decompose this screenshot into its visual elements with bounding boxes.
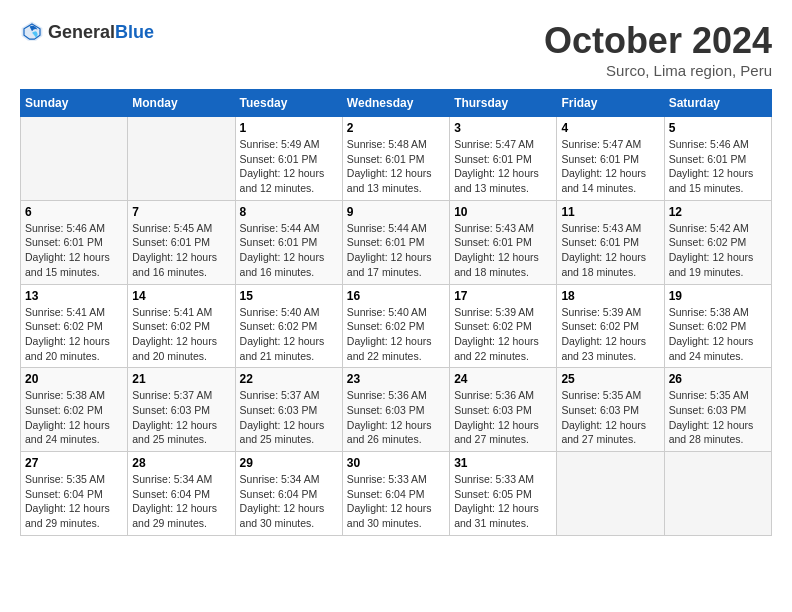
title-area: October 2024 Surco, Lima region, Peru bbox=[544, 20, 772, 79]
daylight-label: Daylight: 12 hours and 19 minutes. bbox=[669, 251, 754, 278]
sunset-label: Sunset: 6:02 PM bbox=[132, 320, 210, 332]
calendar-cell bbox=[21, 117, 128, 201]
day-number: 7 bbox=[132, 205, 230, 219]
daylight-label: Daylight: 12 hours and 22 minutes. bbox=[347, 335, 432, 362]
calendar-cell: 2Sunrise: 5:48 AMSunset: 6:01 PMDaylight… bbox=[342, 117, 449, 201]
daylight-label: Daylight: 12 hours and 26 minutes. bbox=[347, 419, 432, 446]
sunset-label: Sunset: 6:02 PM bbox=[25, 404, 103, 416]
sunset-label: Sunset: 6:01 PM bbox=[454, 153, 532, 165]
calendar-cell bbox=[557, 452, 664, 536]
sunrise-label: Sunrise: 5:43 AM bbox=[561, 222, 641, 234]
day-info: Sunrise: 5:35 AMSunset: 6:03 PMDaylight:… bbox=[561, 388, 659, 447]
daylight-label: Daylight: 12 hours and 29 minutes. bbox=[132, 502, 217, 529]
daylight-label: Daylight: 12 hours and 17 minutes. bbox=[347, 251, 432, 278]
sunset-label: Sunset: 6:01 PM bbox=[240, 153, 318, 165]
day-number: 5 bbox=[669, 121, 767, 135]
sunset-label: Sunset: 6:04 PM bbox=[25, 488, 103, 500]
header-tuesday: Tuesday bbox=[235, 90, 342, 117]
day-info: Sunrise: 5:43 AMSunset: 6:01 PMDaylight:… bbox=[561, 221, 659, 280]
sunset-label: Sunset: 6:02 PM bbox=[669, 236, 747, 248]
logo: GeneralBlue bbox=[20, 20, 154, 44]
sunrise-label: Sunrise: 5:41 AM bbox=[132, 306, 212, 318]
daylight-label: Daylight: 12 hours and 16 minutes. bbox=[132, 251, 217, 278]
sunrise-label: Sunrise: 5:46 AM bbox=[25, 222, 105, 234]
day-info: Sunrise: 5:48 AMSunset: 6:01 PMDaylight:… bbox=[347, 137, 445, 196]
sunrise-label: Sunrise: 5:39 AM bbox=[454, 306, 534, 318]
sunset-label: Sunset: 6:01 PM bbox=[347, 236, 425, 248]
calendar-cell: 5Sunrise: 5:46 AMSunset: 6:01 PMDaylight… bbox=[664, 117, 771, 201]
sunset-label: Sunset: 6:05 PM bbox=[454, 488, 532, 500]
sunrise-label: Sunrise: 5:44 AM bbox=[347, 222, 427, 234]
daylight-label: Daylight: 12 hours and 24 minutes. bbox=[25, 419, 110, 446]
day-info: Sunrise: 5:33 AMSunset: 6:04 PMDaylight:… bbox=[347, 472, 445, 531]
sunset-label: Sunset: 6:01 PM bbox=[669, 153, 747, 165]
day-info: Sunrise: 5:44 AMSunset: 6:01 PMDaylight:… bbox=[347, 221, 445, 280]
day-number: 16 bbox=[347, 289, 445, 303]
daylight-label: Daylight: 12 hours and 15 minutes. bbox=[25, 251, 110, 278]
daylight-label: Daylight: 12 hours and 23 minutes. bbox=[561, 335, 646, 362]
calendar-cell: 18Sunrise: 5:39 AMSunset: 6:02 PMDayligh… bbox=[557, 284, 664, 368]
sunrise-label: Sunrise: 5:42 AM bbox=[669, 222, 749, 234]
header-monday: Monday bbox=[128, 90, 235, 117]
day-number: 20 bbox=[25, 372, 123, 386]
calendar-cell: 3Sunrise: 5:47 AMSunset: 6:01 PMDaylight… bbox=[450, 117, 557, 201]
calendar-cell: 29Sunrise: 5:34 AMSunset: 6:04 PMDayligh… bbox=[235, 452, 342, 536]
day-number: 19 bbox=[669, 289, 767, 303]
sunrise-label: Sunrise: 5:34 AM bbox=[132, 473, 212, 485]
sunset-label: Sunset: 6:02 PM bbox=[347, 320, 425, 332]
day-info: Sunrise: 5:37 AMSunset: 6:03 PMDaylight:… bbox=[240, 388, 338, 447]
day-info: Sunrise: 5:45 AMSunset: 6:01 PMDaylight:… bbox=[132, 221, 230, 280]
daylight-label: Daylight: 12 hours and 27 minutes. bbox=[454, 419, 539, 446]
day-info: Sunrise: 5:46 AMSunset: 6:01 PMDaylight:… bbox=[669, 137, 767, 196]
daylight-label: Daylight: 12 hours and 20 minutes. bbox=[25, 335, 110, 362]
sunrise-label: Sunrise: 5:41 AM bbox=[25, 306, 105, 318]
sunset-label: Sunset: 6:01 PM bbox=[561, 153, 639, 165]
day-info: Sunrise: 5:49 AMSunset: 6:01 PMDaylight:… bbox=[240, 137, 338, 196]
sunset-label: Sunset: 6:04 PM bbox=[240, 488, 318, 500]
sunrise-label: Sunrise: 5:38 AM bbox=[669, 306, 749, 318]
calendar-cell: 22Sunrise: 5:37 AMSunset: 6:03 PMDayligh… bbox=[235, 368, 342, 452]
day-number: 15 bbox=[240, 289, 338, 303]
sunset-label: Sunset: 6:02 PM bbox=[240, 320, 318, 332]
daylight-label: Daylight: 12 hours and 25 minutes. bbox=[132, 419, 217, 446]
calendar-cell: 1Sunrise: 5:49 AMSunset: 6:01 PMDaylight… bbox=[235, 117, 342, 201]
day-number: 21 bbox=[132, 372, 230, 386]
sunrise-label: Sunrise: 5:47 AM bbox=[454, 138, 534, 150]
calendar-cell: 19Sunrise: 5:38 AMSunset: 6:02 PMDayligh… bbox=[664, 284, 771, 368]
daylight-label: Daylight: 12 hours and 20 minutes. bbox=[132, 335, 217, 362]
sunset-label: Sunset: 6:03 PM bbox=[240, 404, 318, 416]
day-number: 9 bbox=[347, 205, 445, 219]
daylight-label: Daylight: 12 hours and 13 minutes. bbox=[347, 167, 432, 194]
sunrise-label: Sunrise: 5:49 AM bbox=[240, 138, 320, 150]
calendar-week-3: 13Sunrise: 5:41 AMSunset: 6:02 PMDayligh… bbox=[21, 284, 772, 368]
day-number: 30 bbox=[347, 456, 445, 470]
day-info: Sunrise: 5:36 AMSunset: 6:03 PMDaylight:… bbox=[347, 388, 445, 447]
calendar-cell: 13Sunrise: 5:41 AMSunset: 6:02 PMDayligh… bbox=[21, 284, 128, 368]
sunrise-label: Sunrise: 5:37 AM bbox=[240, 389, 320, 401]
calendar-cell: 26Sunrise: 5:35 AMSunset: 6:03 PMDayligh… bbox=[664, 368, 771, 452]
month-title: October 2024 bbox=[544, 20, 772, 62]
day-info: Sunrise: 5:42 AMSunset: 6:02 PMDaylight:… bbox=[669, 221, 767, 280]
header-friday: Friday bbox=[557, 90, 664, 117]
day-number: 2 bbox=[347, 121, 445, 135]
sunrise-label: Sunrise: 5:35 AM bbox=[25, 473, 105, 485]
header-thursday: Thursday bbox=[450, 90, 557, 117]
day-number: 27 bbox=[25, 456, 123, 470]
sunset-label: Sunset: 6:01 PM bbox=[132, 236, 210, 248]
daylight-label: Daylight: 12 hours and 18 minutes. bbox=[561, 251, 646, 278]
calendar-table: Sunday Monday Tuesday Wednesday Thursday… bbox=[20, 89, 772, 536]
daylight-label: Daylight: 12 hours and 30 minutes. bbox=[240, 502, 325, 529]
day-info: Sunrise: 5:35 AMSunset: 6:03 PMDaylight:… bbox=[669, 388, 767, 447]
calendar-week-5: 27Sunrise: 5:35 AMSunset: 6:04 PMDayligh… bbox=[21, 452, 772, 536]
calendar-cell bbox=[128, 117, 235, 201]
header-saturday: Saturday bbox=[664, 90, 771, 117]
day-number: 14 bbox=[132, 289, 230, 303]
sunrise-label: Sunrise: 5:36 AM bbox=[454, 389, 534, 401]
calendar-cell bbox=[664, 452, 771, 536]
day-number: 24 bbox=[454, 372, 552, 386]
calendar-cell: 15Sunrise: 5:40 AMSunset: 6:02 PMDayligh… bbox=[235, 284, 342, 368]
day-info: Sunrise: 5:47 AMSunset: 6:01 PMDaylight:… bbox=[561, 137, 659, 196]
day-number: 1 bbox=[240, 121, 338, 135]
sunrise-label: Sunrise: 5:45 AM bbox=[132, 222, 212, 234]
daylight-label: Daylight: 12 hours and 31 minutes. bbox=[454, 502, 539, 529]
